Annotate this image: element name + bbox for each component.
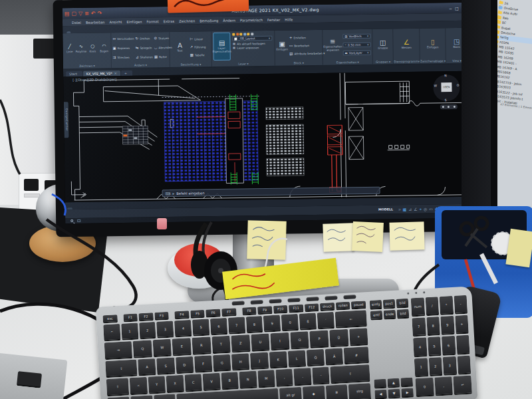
app-icon[interactable]: ≡: [84, 10, 89, 16]
menu-item[interactable]: Parametrisch: [240, 18, 263, 22]
paste-button[interactable]: ▯ Einfügen: [424, 38, 442, 49]
ribbon-tool[interactable]: ○ Kreis: [87, 35, 98, 63]
viewcube[interactable]: OBEN N W O S: [433, 74, 460, 102]
model-space-label[interactable]: MODELL: [378, 207, 393, 211]
insert-block-button[interactable]: ▣ Einfügen: [276, 32, 288, 60]
ribbon-tool[interactable]: ≡ Layer anpassen: [233, 45, 273, 50]
menu-item[interactable]: Bemaßung: [200, 18, 218, 22]
tool-icon: ⇉: [113, 55, 116, 59]
numpad-key: +: [455, 315, 469, 334]
viewcube-south[interactable]: S: [445, 98, 447, 102]
folder-icon: [498, 6, 503, 9]
panel-label[interactable]: Zwischenablage ▾: [420, 59, 446, 63]
command-input[interactable]: Befehl eingeben: [176, 191, 204, 196]
folder-icon: [497, 40, 499, 43]
group-button[interactable]: ◫ Gruppe: [374, 39, 391, 50]
menu-item[interactable]: Datei: [72, 20, 81, 24]
property-dropdown[interactable]: ▨ VonBlock ▾: [342, 34, 370, 39]
key: F: [194, 355, 213, 373]
viewcube-east[interactable]: O: [457, 84, 460, 87]
panel-label[interactable]: Block ▾: [275, 61, 323, 65]
menu-item[interactable]: Extras: [164, 19, 174, 23]
app-icon[interactable]: ▽: [78, 10, 82, 16]
layer-state-icons[interactable]: [232, 33, 272, 36]
menu-item[interactable]: Format: [146, 19, 158, 23]
panel-label[interactable]: Layer ▾: [212, 62, 275, 66]
drawing-canvas[interactable]: [-][Oben][2D-Drahtkörper] DesignCenter O…: [63, 71, 469, 202]
taskbar-app-icon[interactable]: [77, 219, 80, 222]
app-icon[interactable]: ▢: [71, 10, 76, 16]
ribbon-tool[interactable]: ▤ Attribute bearbeiten ▾: [289, 51, 325, 56]
folder-icon: [497, 25, 500, 29]
close-icon[interactable]: ✕: [114, 72, 117, 75]
layer-properties-button[interactable]: ▤ Layer-Eigenschaften: [213, 33, 231, 61]
key: F5: [190, 310, 205, 319]
menu-item[interactable]: Einfügen: [126, 19, 142, 23]
panel-label[interactable]: Dienstprogramme ▾: [394, 60, 420, 64]
designcenter-palette-tab[interactable]: DesignCenter: [64, 102, 69, 138]
app-icon[interactable]: ▤: [65, 11, 70, 17]
menu-item[interactable]: Bearbeiten: [86, 20, 105, 24]
measure-button[interactable]: ∠ Messen: [398, 39, 415, 50]
menu-item[interactable]: Zeichnen: [179, 19, 195, 23]
ribbon-tool[interactable]: + Erstellen: [289, 35, 325, 40]
panel-label[interactable]: Zeichnen ▾: [63, 64, 111, 68]
ribbon-tool[interactable]: ⇆ Spiegeln: [136, 43, 153, 52]
panel-label[interactable]: Ändern ▾: [112, 63, 170, 67]
navigation-bar[interactable]: [440, 104, 458, 109]
viewcube-north[interactable]: N: [444, 74, 447, 77]
key: ß: [299, 313, 317, 331]
match-properties-button[interactable]: ≡ Eigenschaften anpassen: [324, 31, 342, 59]
numpad-key: [457, 355, 471, 374]
key: ⇧: [106, 378, 129, 396]
ribbon-tool[interactable]: ◠ Bogen: [98, 34, 110, 62]
viewcube-top-face[interactable]: OBEN: [441, 82, 452, 92]
ribbon-tool[interactable]: ▦ Tabelle: [190, 53, 206, 57]
panel-label[interactable]: Eigenschaften ▾: [323, 61, 372, 65]
app-icon[interactable]: ↶: [91, 10, 96, 16]
menu-item[interactable]: Ändern: [223, 18, 235, 22]
property-dropdown[interactable]: ─ 0.50 mm ▾: [342, 42, 370, 47]
menu-item[interactable]: Hilfe: [285, 17, 293, 21]
panel-label[interactable]: Beschriftung ▾: [170, 63, 211, 66]
sticky-note-handwritten: [247, 220, 286, 259]
numpad-key: 8: [426, 317, 440, 336]
ribbon-tool[interactable]: ⇉ Strecken: [113, 53, 134, 62]
ribbon: ╱ Linie ∿ Polylinie ○ Kreis ◠ Bogen Zeic: [63, 28, 467, 69]
viewport-controls[interactable]: [-][Oben][2D-Drahtkörper]: [72, 77, 116, 82]
drawing-file-tab[interactable]: +: [121, 70, 132, 76]
key: K: [269, 351, 287, 369]
key: H: [231, 353, 250, 371]
folder-icon: [497, 21, 501, 24]
key: F4: [174, 311, 189, 319]
panel-label[interactable]: Gruppen ▾: [373, 60, 394, 63]
tool-icon: +: [289, 35, 293, 39]
ribbon-tool[interactable]: ╱ Linie: [64, 35, 75, 63]
key: +: [349, 329, 368, 346]
property-dropdown[interactable]: ▬ VonLayer ▾: [342, 51, 370, 56]
quick-access-toolbar: ▤▢▽≡↶↷: [65, 10, 102, 17]
ribbon-tool[interactable]: ↻ Drehen: [135, 33, 152, 43]
ribbon-tool[interactable]: ▭ Bearbeiten: [289, 43, 325, 48]
file-explorer-tree: Ju 26 OneDrive Alte Auftr Rab BC: [497, 0, 532, 114]
ribbon-tool[interactable]: ↗ Führung: [190, 45, 206, 49]
ribbon-tool[interactable]: ⊿ Skalieren: [136, 52, 153, 61]
text-tool-button[interactable]: A Text: [171, 33, 189, 61]
layer-dropdown[interactable]: _OB_Layout ▾: [232, 36, 272, 41]
key: ⇧: [331, 364, 370, 384]
ribbon-tool[interactable]: ▣ Kopieren: [112, 43, 134, 53]
search-icon[interactable]: [70, 219, 73, 222]
ribbon-tool[interactable]: ↔ Verschieben: [112, 34, 134, 43]
window-control-button[interactable]: □: [455, 5, 459, 10]
menu-item[interactable]: Fenster: [267, 17, 280, 21]
window-control-button[interactable]: −: [449, 6, 452, 11]
ribbon-panel-dienstprogramme: ∠ Messen Dienstprogramme ▾: [394, 29, 420, 65]
key: F2: [138, 313, 153, 321]
key: rollen: [336, 302, 350, 311]
key: strg: [348, 383, 371, 399]
viewcube-west[interactable]: W: [434, 84, 437, 87]
menu-item[interactable]: Ansicht: [109, 20, 122, 24]
ribbon-tool[interactable]: ⊢ Linear: [190, 37, 205, 41]
ribbon-tool[interactable]: ∿ Polylinie: [75, 35, 86, 63]
tool-icon: ○: [90, 44, 94, 49]
